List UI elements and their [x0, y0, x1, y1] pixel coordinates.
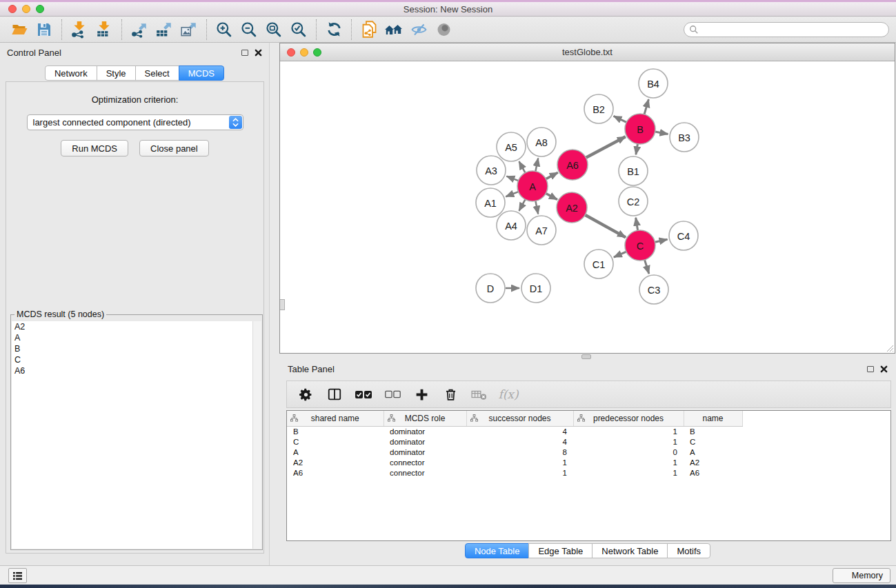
network-node-A7[interactable]: A7 [527, 216, 556, 245]
network-edge-A-A3[interactable] [506, 176, 518, 181]
network-node-B1[interactable]: B1 [619, 156, 648, 185]
tab-mcds[interactable]: MCDS [179, 65, 224, 81]
network-edge-A-A6[interactable] [546, 172, 557, 179]
network-node-A2[interactable]: A2 [557, 192, 587, 223]
table-cell[interactable]: 1 [573, 437, 684, 447]
run-mcds-button[interactable]: Run MCDS [61, 140, 128, 156]
table-cell[interactable]: B [287, 426, 384, 437]
table-cell[interactable]: B [684, 426, 742, 437]
float-table-panel-icon[interactable] [867, 366, 874, 372]
zoom-out-button[interactable] [237, 19, 261, 41]
mcds-result-item[interactable]: A6 [12, 365, 261, 376]
network-node-A3[interactable]: A3 [477, 156, 506, 185]
tab-style[interactable]: Style [97, 65, 136, 81]
function-builder-button[interactable]: f(x) [497, 383, 520, 405]
tab-edge-table[interactable]: Edge Table [528, 543, 593, 558]
network-node-B[interactable]: B [625, 114, 655, 144]
home-button[interactable] [381, 19, 406, 41]
table-row[interactable]: Cdominator41C [287, 437, 742, 447]
resize-grip-icon[interactable] [886, 345, 894, 352]
mcds-result-item[interactable]: B [12, 343, 261, 354]
node-table[interactable]: shared name MCDS role successor nodes [286, 410, 891, 541]
close-panel-button[interactable]: Close panel [139, 140, 209, 156]
network-edge-A-A2[interactable] [546, 194, 557, 200]
search-field[interactable] [684, 22, 889, 37]
import-table-button[interactable] [92, 19, 117, 41]
network-node-B4[interactable]: B4 [639, 69, 668, 98]
birdseye-grip[interactable] [280, 299, 285, 310]
split-view-button[interactable] [323, 383, 346, 405]
split-drag-handle[interactable] [581, 354, 591, 359]
column-header-shared-name[interactable]: shared name [287, 411, 384, 426]
task-history-button[interactable] [8, 568, 27, 583]
table-cell[interactable]: 1 [573, 458, 684, 468]
network-edge-C-C3[interactable] [645, 260, 649, 274]
refresh-button[interactable] [321, 19, 346, 41]
save-session-button[interactable] [32, 19, 57, 41]
search-input[interactable] [699, 23, 888, 36]
column-header-predecessor-nodes[interactable]: predecessor nodes [573, 411, 684, 426]
network-node-A1[interactable]: A1 [476, 188, 505, 217]
table-cell[interactable]: 4 [466, 437, 573, 447]
table-cell[interactable]: A6 [287, 468, 384, 478]
table-cell[interactable]: 1 [573, 468, 684, 478]
network-edge-B-B1[interactable] [636, 144, 638, 155]
tab-select[interactable]: Select [135, 65, 179, 81]
network-node-C2[interactable]: C2 [619, 187, 648, 216]
table-cell[interactable]: C [684, 437, 742, 447]
zoom-selected-button[interactable] [286, 19, 311, 41]
open-file-button[interactable] [7, 19, 32, 41]
table-row[interactable]: Bdominator41B [287, 426, 742, 437]
table-settings-button[interactable] [294, 383, 317, 405]
network-node-A6[interactable]: A6 [557, 150, 588, 180]
hide-panels-button[interactable] [406, 19, 431, 41]
network-edge-B-B2[interactable] [614, 116, 627, 122]
network-node-C4[interactable]: C4 [669, 221, 698, 250]
mcds-result-item[interactable]: A [12, 332, 261, 343]
table-cell[interactable]: A2 [684, 458, 742, 468]
network-edge-C-C1[interactable] [614, 252, 626, 257]
table-cell[interactable]: 4 [466, 426, 573, 437]
network-edge-B-B4[interactable] [644, 99, 648, 114]
table-cell[interactable]: 1 [466, 468, 573, 478]
tab-node-table[interactable]: Node Table [465, 543, 530, 558]
result-scrollbar[interactable] [252, 321, 261, 549]
table-cell[interactable]: 8 [466, 447, 573, 458]
table-cell[interactable]: dominator [384, 447, 466, 458]
close-table-panel-icon[interactable] [880, 365, 888, 373]
network-node-C3[interactable]: C3 [639, 275, 668, 304]
network-node-D[interactable]: D [476, 274, 505, 303]
network-edge-A-A7[interactable] [535, 201, 538, 214]
network-edge-C-C2[interactable] [636, 218, 638, 231]
tab-network-table[interactable]: Network Table [592, 543, 668, 558]
table-cell[interactable]: 1 [573, 426, 684, 437]
mcds-result-item[interactable]: A2 [12, 321, 261, 332]
network-node-D1[interactable]: D1 [521, 274, 550, 303]
network-edge-B-B3[interactable] [655, 132, 668, 134]
network-canvas[interactable]: B4B2BB3A5A8A6A3B1AA1C2A2A4A7C4CC1C3DD1 [280, 61, 895, 353]
export-image-button[interactable] [177, 19, 201, 41]
network-node-A8[interactable]: A8 [527, 128, 556, 156]
memory-button[interactable]: Memory [833, 568, 890, 583]
network-edge-A-A4[interactable] [519, 199, 525, 211]
add-column-button[interactable] [410, 383, 433, 405]
network-node-B3[interactable]: B3 [670, 123, 699, 152]
network-node-B2[interactable]: B2 [584, 94, 613, 123]
column-header-name[interactable]: name [684, 411, 742, 426]
delete-columns-button[interactable] [439, 383, 462, 405]
export-network-button[interactable] [127, 19, 152, 41]
criterion-dropdown[interactable]: largest connected component (directed) [27, 114, 243, 130]
network-edge-A-A1[interactable] [506, 192, 518, 196]
hide-all-columns-button[interactable] [381, 383, 404, 405]
table-cell[interactable]: dominator [384, 437, 466, 447]
network-node-C[interactable]: C [625, 230, 655, 261]
table-row[interactable]: A2connector11A2 [287, 458, 742, 468]
clone-network-button[interactable] [357, 19, 381, 41]
table-cell[interactable]: connector [384, 458, 466, 468]
network-node-A5[interactable]: A5 [497, 132, 526, 161]
show-all-columns-button[interactable] [352, 383, 375, 405]
float-panel-icon[interactable] [241, 50, 248, 56]
table-cell[interactable]: A [684, 447, 742, 458]
network-node-C1[interactable]: C1 [584, 250, 613, 278]
export-table-button[interactable] [152, 19, 177, 41]
